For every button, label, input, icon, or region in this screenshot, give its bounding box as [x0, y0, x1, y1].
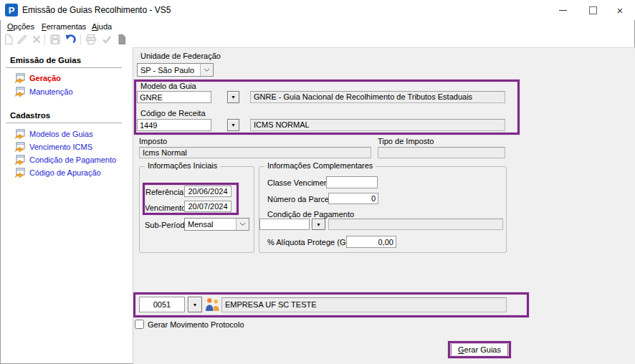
- subperiodo-value: Mensal: [188, 220, 213, 229]
- numero-parcela-label: Número da Parcela:: [267, 195, 338, 203]
- menu-ajuda[interactable]: Ajuda: [92, 22, 112, 31]
- undo-button[interactable]: [64, 33, 77, 46]
- new-document-button[interactable]: [2, 33, 15, 46]
- sidebar-section-title: Cadastros: [10, 111, 50, 120]
- confirm-button[interactable]: [100, 33, 113, 46]
- app-window: P Emissão de Guias Recolhimento - VS5 × …: [0, 0, 635, 364]
- aliquota-protege-input[interactable]: [346, 236, 396, 248]
- save-button[interactable]: [49, 33, 62, 46]
- form-launch-icon: [14, 154, 26, 166]
- print-icon: [85, 34, 97, 45]
- sidebar-item-label: Manutenção: [29, 87, 73, 96]
- close-icon: ×: [617, 5, 624, 16]
- sidebar-item-label: Condição de Pagamento: [29, 155, 116, 164]
- sidebar-item-geracao[interactable]: Geração: [14, 72, 61, 84]
- aliquota-protege-label: % Alíquota Protege (GO):: [267, 238, 357, 246]
- receita-dropdown-button[interactable]: ▼: [227, 119, 239, 131]
- users-icon: [204, 296, 221, 312]
- minimize-button[interactable]: [549, 0, 576, 20]
- condicao-description-field: [328, 219, 503, 230]
- modelo-dropdown-button[interactable]: ▼: [227, 91, 239, 103]
- sidebar-item-modelos-de-guias[interactable]: Modelos de Guias: [14, 128, 93, 140]
- document-icon: [116, 34, 128, 45]
- modelo-input[interactable]: [137, 91, 211, 103]
- maximize-button[interactable]: [579, 0, 606, 20]
- menu-opcoes[interactable]: Opções: [7, 22, 34, 31]
- dropdown-arrow-icon: ▼: [231, 95, 236, 100]
- uf-value: SP - São Paulo: [140, 66, 194, 75]
- condicao-pagamento-input[interactable]: [259, 219, 310, 230]
- app-icon: P: [5, 4, 18, 16]
- sidebar-divider: [6, 123, 122, 123]
- empresa-code-input[interactable]: [139, 297, 185, 312]
- vencimento-input[interactable]: [184, 201, 231, 212]
- vencimento-label: Vencimento:: [145, 203, 188, 212]
- sidebar-section-title: Emissão de Guias: [10, 56, 81, 64]
- form-launch-icon: [14, 167, 26, 178]
- chevron-down-icon: [239, 222, 246, 226]
- receita-description-field: ICMS NORMAL: [250, 119, 505, 131]
- sidebar-item-codigo-de-apuracao[interactable]: Código de Apuração: [14, 167, 101, 178]
- imposto-label: Imposto: [139, 137, 167, 145]
- window-title: Emissão de Guias Recolhimento - VS5: [22, 5, 171, 15]
- referencia-input[interactable]: [184, 186, 231, 197]
- edit-pencil-icon: [16, 34, 28, 45]
- uf-dropdown-button[interactable]: [200, 64, 213, 76]
- receita-input[interactable]: [137, 119, 211, 131]
- sidebar-item-condicao-de-pagamento[interactable]: Condição de Pagamento: [14, 154, 116, 166]
- sidebar-divider: [6, 67, 122, 68]
- form-launch-icon: [14, 141, 26, 153]
- chevron-down-icon: [204, 68, 210, 72]
- modelo-description-field: GNRE - Guia Nacional de Recolhimento de …: [250, 91, 505, 103]
- imposto-field: Icms Normal: [139, 147, 371, 158]
- print-button[interactable]: [85, 33, 97, 46]
- toolbar-separator: [44, 34, 45, 45]
- uf-label: Unidade de Federação: [140, 52, 221, 60]
- group-title: Informações Complementares: [264, 161, 376, 170]
- sidebar-item-label: Vencimento ICMS: [29, 143, 92, 151]
- subperiodo-dropdown-button[interactable]: [236, 219, 249, 230]
- delete-button[interactable]: [30, 33, 43, 46]
- edit-button[interactable]: [16, 33, 29, 46]
- save-icon: [49, 34, 61, 45]
- document-button[interactable]: [115, 33, 128, 46]
- numero-parcela-input[interactable]: [328, 193, 378, 204]
- sidebar-item-label: Código de Apuração: [29, 168, 101, 177]
- tipo-imposto-field: [378, 147, 505, 158]
- sidebar-item-manutencao[interactable]: Manutenção: [14, 86, 73, 97]
- empresa-dropdown-button[interactable]: ▼: [188, 297, 202, 312]
- referencia-label: Referência:: [145, 188, 186, 196]
- menu-ferramentas[interactable]: Ferramentas: [42, 22, 86, 31]
- form-launch-icon: [14, 72, 26, 84]
- sidebar-item-vencimento-icms[interactable]: Vencimento ICMS: [14, 141, 92, 153]
- subperiodo-select[interactable]: Mensal: [184, 218, 249, 231]
- dropdown-arrow-icon: ▼: [193, 302, 198, 307]
- minimize-icon: [559, 10, 567, 11]
- classe-vencimento-input[interactable]: [326, 176, 378, 188]
- group-title: Informações Iniciais: [145, 161, 220, 170]
- condicao-pagamento-label: Condição de Pagamento: [267, 210, 354, 219]
- sidebar-item-label: Geração: [29, 74, 61, 82]
- maximize-icon: [589, 6, 597, 14]
- gerar-movimento-protocolo-label: Gerar Movimento Protocolo: [148, 320, 244, 329]
- new-document-icon: [3, 34, 14, 45]
- gerar-guias-button[interactable]: Gerar Guias: [451, 343, 508, 356]
- undo-icon: [65, 34, 77, 46]
- sidebar-item-label: Modelos de Guias: [29, 130, 93, 138]
- confirm-check-icon: [101, 34, 113, 45]
- title-bar: P Emissão de Guias Recolhimento - VS5 ×: [0, 0, 635, 20]
- tipo-imposto-label: Tipo de Imposto: [378, 137, 434, 145]
- empresa-users-button[interactable]: [204, 296, 221, 314]
- close-button[interactable]: ×: [606, 0, 634, 20]
- form-launch-icon: [14, 128, 26, 140]
- dropdown-arrow-icon: ▼: [316, 222, 321, 227]
- condicao-dropdown-button[interactable]: ▼: [312, 219, 325, 230]
- gerar-movimento-protocolo-checkbox[interactable]: [135, 320, 144, 329]
- form-launch-icon: [14, 86, 26, 97]
- empresa-name-field: EMPRESA UF SC TESTE: [221, 297, 507, 312]
- uf-select[interactable]: SP - São Paulo: [137, 63, 214, 77]
- receita-label: Código de Receita: [140, 109, 206, 118]
- toolbar-separator: [80, 34, 81, 45]
- dropdown-arrow-icon: ▼: [231, 123, 236, 128]
- delete-x-icon: [31, 34, 42, 45]
